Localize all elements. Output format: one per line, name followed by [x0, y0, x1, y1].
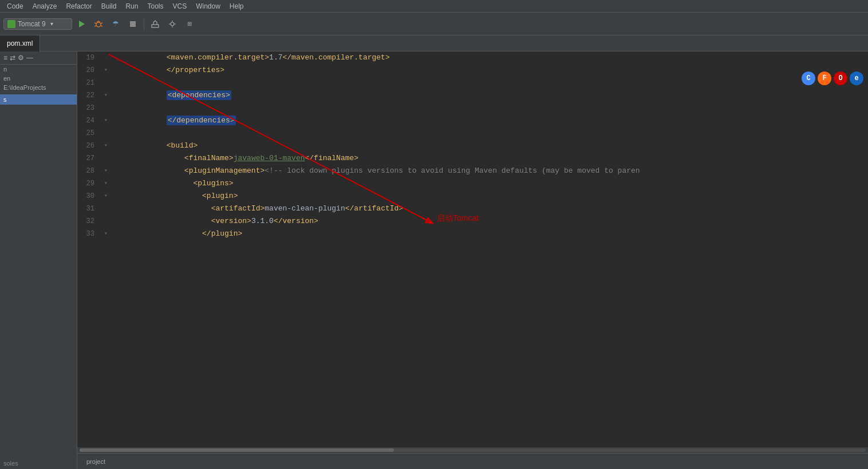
line-num-23: 23 — [77, 102, 101, 114]
svg-point-8 — [99, 21, 100, 22]
debug-button[interactable] — [90, 16, 106, 32]
code-line-33: 33 ▾ </plugin> — [77, 228, 868, 240]
build-artifacts-button[interactable] — [147, 16, 163, 32]
menu-code[interactable]: Code — [2, 0, 28, 12]
ie-icon[interactable]: e — [850, 71, 863, 85]
menu-run[interactable]: Run — [121, 0, 143, 12]
gutter-22: ▾ — [101, 89, 111, 102]
line-num-19: 19 — [77, 51, 101, 64]
code-line-24: 24 ▾ </dependencies> — [77, 114, 868, 127]
svg-point-7 — [97, 21, 98, 22]
fold-icon-28[interactable]: ▾ — [104, 165, 108, 177]
firefox-icon[interactable]: F — [818, 71, 831, 85]
menu-bar: Code Analyze Refactor Build Run Tools VC… — [0, 0, 868, 13]
line-num-24: 24 — [77, 114, 101, 127]
fold-icon-26[interactable]: ▾ — [104, 140, 108, 152]
menu-tools[interactable]: Tools — [143, 0, 168, 12]
toolbar: Tomcat 9 ▾ ☂ — [0, 13, 868, 35]
sidebar-path-value: E:\IdeaProjects — [0, 83, 77, 92]
code-line-22: 22 ▾ <dependencies> — [77, 89, 868, 102]
line-num-21: 21 — [77, 77, 101, 89]
editor-horizontal-scrollbar[interactable] — [77, 447, 868, 453]
code-lines: 19 <maven.compiler.target>1.7</maven.com… — [77, 51, 868, 240]
gutter-20: ▾ — [101, 64, 111, 77]
fold-icon-30[interactable]: ▾ — [104, 190, 108, 202]
fold-icon-24[interactable]: ▾ — [104, 114, 108, 127]
line-num-22: 22 — [77, 89, 101, 102]
stop-button[interactable] — [125, 16, 141, 32]
bottom-bar: project — [77, 453, 868, 469]
editor-content[interactable]: 19 <maven.compiler.target>1.7</maven.com… — [77, 51, 868, 447]
dropdown-arrow: ▾ — [50, 21, 53, 27]
gutter-28: ▾ — [101, 165, 111, 177]
sidebar-selected-item[interactable]: s — [0, 94, 77, 105]
sidebar-toolbar: ≡ ⇄ ⚙ — — [0, 51, 77, 65]
menu-window[interactable]: Window — [191, 0, 225, 12]
gutter-33: ▾ — [101, 228, 111, 240]
scrollbar-track — [80, 448, 866, 452]
line-num-29: 29 — [77, 177, 101, 190]
sidebar-soles-label: soles — [3, 460, 18, 467]
line-num-25: 25 — [77, 127, 101, 140]
gutter-26: ▾ — [101, 140, 111, 152]
sidebar-path-label: en — [0, 74, 77, 83]
toolbar-sep-1 — [144, 18, 144, 30]
fold-icon-20[interactable]: ▾ — [104, 64, 108, 77]
bottom-tab-project[interactable]: project — [82, 457, 110, 466]
browser-icons-container: C F O e — [802, 71, 863, 85]
svg-point-11 — [171, 22, 174, 26]
code-line-20: 20 ▾ </properties> — [77, 64, 868, 77]
svg-line-5 — [94, 26, 96, 26]
svg-line-4 — [101, 23, 102, 23]
sidebar-bottom-soles[interactable]: soles — [0, 458, 77, 469]
svg-rect-10 — [152, 25, 159, 27]
fold-icon-22[interactable]: ▾ — [104, 89, 108, 102]
editor-area: 19 <maven.compiler.target>1.7</maven.com… — [77, 51, 868, 469]
gutter-24: ▾ — [101, 114, 111, 127]
edit-configs-button[interactable] — [164, 16, 180, 32]
sidebar: ≡ ⇄ ⚙ — n en E:\IdeaProjects s soles — [0, 51, 77, 469]
run-config-dropdown[interactable]: Tomcat 9 ▾ — [3, 18, 72, 30]
run-config-icon — [7, 20, 15, 28]
line-num-27: 27 — [77, 152, 101, 165]
sidebar-settings-btn[interactable]: ⚙ — [18, 54, 24, 62]
tab-bar: pom.xml — [0, 35, 868, 51]
menu-build[interactable]: Build — [97, 0, 121, 12]
line-num-26: 26 — [77, 140, 101, 152]
gutter-30: ▾ — [101, 190, 111, 202]
scrollbar-thumb — [80, 448, 394, 452]
fold-icon-33[interactable]: ▾ — [104, 228, 108, 240]
menu-vcs[interactable]: VCS — [168, 0, 191, 12]
svg-rect-9 — [130, 21, 136, 27]
svg-line-3 — [94, 23, 96, 23]
line-num-20: 20 — [77, 64, 101, 77]
gutter-29: ▾ — [101, 177, 111, 190]
line-num-30: 30 — [77, 190, 101, 202]
svg-marker-0 — [79, 21, 85, 27]
sidebar-toolbar-btn-1[interactable]: ≡ — [3, 54, 7, 62]
menu-analyze[interactable]: Analyze — [28, 0, 62, 12]
opera-icon[interactable]: O — [834, 71, 847, 85]
menu-refactor[interactable]: Refactor — [61, 0, 96, 12]
more-actions-button[interactable]: ⊞ — [182, 16, 198, 32]
line-num-31: 31 — [77, 202, 101, 215]
menu-help[interactable]: Help — [225, 0, 248, 12]
sidebar-close-btn[interactable]: — — [26, 54, 33, 62]
run-button[interactable] — [73, 16, 89, 32]
svg-line-6 — [101, 26, 102, 26]
line-num-28: 28 — [77, 165, 101, 177]
sidebar-toolbar-btn-2[interactable]: ⇄ — [10, 54, 15, 62]
sidebar-label: n — [0, 65, 77, 74]
coverage-button[interactable]: ☂ — [108, 16, 124, 32]
tab-pom-xml[interactable]: pom.xml — [0, 35, 40, 51]
svg-point-1 — [96, 22, 101, 27]
chrome-icon[interactable]: C — [802, 71, 815, 85]
line-num-33: 33 — [77, 228, 101, 240]
line-num-32: 32 — [77, 215, 101, 228]
tab-pom-xml-label: pom.xml — [7, 39, 33, 47]
run-config-label: Tomcat 9 — [18, 20, 46, 28]
main-content: ≡ ⇄ ⚙ — n en E:\IdeaProjects s soles 19 … — [0, 51, 868, 469]
fold-icon-29[interactable]: ▾ — [104, 177, 108, 190]
line-content-33: </plugin> — [111, 215, 242, 253]
